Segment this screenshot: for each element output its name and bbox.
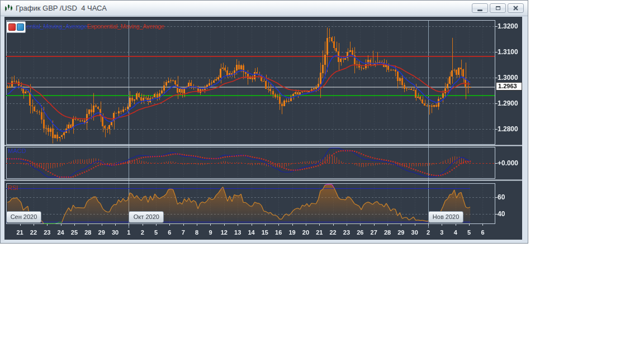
ema-fast-legend-label: ential_Moving_Average [26,23,87,30]
ema-slow-legend-label: Exponential_Moving_Average [87,23,164,30]
time-axis-label: 22 [30,229,37,236]
time-axis-label: 2 [427,229,430,236]
time-axis-label: 29 [397,229,404,236]
time-axis-label: 30 [411,229,418,236]
rsi-panel-label: RSI [8,184,18,191]
price-axis-label: 1.2800 [498,125,518,133]
macd-zero-label: +0.000 [498,159,518,167]
time-axis-label: 15 [262,229,268,236]
time-axis-label: 4 [454,229,457,236]
time-axis-label: 28 [384,229,391,236]
time-axis-label: 16 [275,229,282,236]
time-axis-label: 24 [57,229,64,236]
time-axis-label: 14 [248,229,254,236]
time-axis-label: 3 [440,229,443,236]
time-axis-label: 27 [371,229,377,236]
time-axis-label: 20 [302,229,309,236]
time-axis-label: 19 [288,229,295,236]
macd-panel-label: MACD [8,147,26,154]
time-axis-label: 1 [127,229,130,236]
time-axis-label: 5 [154,229,158,236]
time-axis-label: 8 [195,229,198,236]
bid-price-box: 1.2963 [496,82,522,90]
time-axis-label: 7 [182,229,185,236]
price-axis-label: 1.3000 [498,74,518,82]
time-axis-label: 13 [234,229,241,236]
rsi-level-label: 60 [498,193,505,201]
time-axis-label: 28 [84,229,91,236]
time-axis-label: 6 [481,229,484,236]
time-axis-label: 21 [16,229,23,236]
month-box: Окт 2020 [129,211,164,223]
indicator-buttons-panel [6,21,26,33]
time-axis-label: 6 [168,229,171,236]
price-axis-label: 1.3200 [498,22,518,30]
time-axis-label: 23 [44,229,50,236]
chart-window: График GBP /USD 4 ЧАСА ential_Moving_Ave… [0,0,528,244]
price-axis-label: 1.2900 [498,99,518,107]
month-box: Сен 2020 [6,211,41,223]
indicator-button-red[interactable] [8,23,16,31]
time-axis-label: 2 [141,229,144,236]
time-axis-label: 25 [71,229,78,236]
time-axis-label: 9 [209,229,212,236]
time-axis-label: 23 [343,229,350,236]
time-axis-label: 21 [316,229,323,236]
month-box: Нов 2020 [428,211,463,223]
indicator-button-blue[interactable] [17,23,24,31]
time-axis-label: 5 [467,229,471,236]
time-axis-label: 30 [112,229,119,236]
rsi-level-label: 40 [498,210,505,218]
price-chart-canvas[interactable] [1,1,529,244]
time-axis-label: 29 [98,229,105,236]
time-axis-label: 22 [329,229,336,236]
time-axis-label: 26 [357,229,363,236]
price-axis-label: 1.3100 [498,48,518,56]
time-axis-label: 12 [221,229,228,236]
